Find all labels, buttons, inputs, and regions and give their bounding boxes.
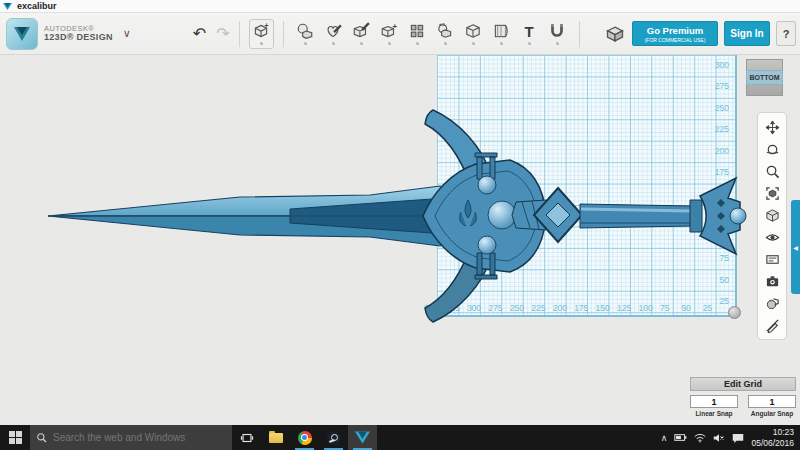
taskbar-search[interactable] (30, 425, 232, 450)
help-button[interactable]: ? (776, 21, 796, 46)
action-center-icon[interactable] (732, 433, 744, 443)
angular-snap-input[interactable] (748, 395, 796, 408)
wifi-icon[interactable] (694, 433, 706, 443)
app-menu-button[interactable] (6, 18, 38, 50)
main-toolbar: AUTODESK® 123D® DESIGN ∨ ↶ ↷ + (0, 13, 800, 55)
grouping-icon (436, 22, 454, 40)
toolbar-separator (239, 21, 240, 47)
edit-grid-panel: Edit Grid Linear Snap Angular Snap (690, 377, 796, 417)
123d-design-button[interactable] (348, 425, 377, 450)
panel-arrow-icon: ◀ (793, 244, 798, 251)
edit-grid-button[interactable]: Edit Grid (690, 377, 796, 391)
view-mode-button[interactable] (761, 205, 783, 225)
search-input[interactable] (53, 432, 223, 443)
taskbar-clock[interactable]: 10:23 05/06/2016 (751, 427, 794, 447)
battery-icon[interactable] (674, 433, 687, 442)
toolbar-separator (579, 21, 580, 47)
redo-button[interactable]: ↷ (216, 26, 229, 42)
pommel-collar (690, 200, 702, 232)
chevron-down-icon[interactable]: ∨ (123, 27, 131, 40)
sign-in-button[interactable]: Sign In (724, 21, 770, 46)
zoom-button[interactable] (761, 161, 783, 181)
combine-icon (464, 22, 482, 40)
print-tool-button[interactable] (603, 19, 628, 49)
go-premium-button[interactable]: Go Premium (FOR COMMERCIAL USE) (632, 21, 718, 46)
menu-modify[interactable]: + (377, 19, 402, 49)
menu-combine[interactable] (461, 19, 486, 49)
menu-construct[interactable] (349, 19, 374, 49)
3d-viewport[interactable]: 350325300275250225200175150125100755025 … (0, 55, 800, 425)
pommel-studs (717, 199, 725, 233)
transform-tool-button[interactable]: + (249, 19, 274, 49)
search-icon (36, 432, 47, 443)
menu-pattern[interactable] (405, 19, 430, 49)
linear-snap-label: Linear Snap (690, 410, 738, 417)
file-explorer-button[interactable] (261, 425, 290, 450)
screenshot-button[interactable] (761, 271, 783, 291)
go-premium-label: Go Premium (633, 25, 717, 36)
collapsed-panel-handle[interactable]: ◀ (791, 200, 800, 294)
menu-grouping[interactable] (433, 19, 458, 49)
menu-material[interactable] (489, 19, 514, 49)
brand-line2: 123D® DESIGN (44, 33, 113, 42)
text-tool-button[interactable]: T (517, 19, 542, 49)
steam-button[interactable] (319, 425, 348, 450)
navigation-palette (757, 112, 787, 340)
123d-logo-icon (12, 24, 32, 44)
linear-snap-input[interactable] (690, 395, 738, 408)
hide-sketches-button[interactable] (761, 315, 783, 335)
chrome-button[interactable] (290, 425, 319, 450)
display-mode-icon (765, 252, 780, 267)
volume-muted-icon[interactable] (713, 433, 725, 443)
start-button[interactable] (0, 425, 30, 450)
pan-button[interactable] (761, 117, 783, 137)
windows-taskbar: ∧ 10:23 05/06/2 (0, 425, 800, 450)
material-ball-icon (765, 296, 780, 311)
primitives-icon (296, 22, 314, 40)
grip (580, 204, 692, 228)
text-tool-icon: T (525, 23, 534, 40)
display-mode-button[interactable] (761, 249, 783, 269)
fit-view-button[interactable] (761, 183, 783, 203)
fit-view-icon (765, 186, 780, 201)
window-title: excalibur (17, 1, 57, 11)
magnet-icon (548, 22, 566, 40)
guard-sphere-top (478, 176, 496, 194)
brand-text: AUTODESK® 123D® DESIGN (44, 25, 113, 42)
menu-sketch[interactable] (321, 19, 346, 49)
clock-date: 05/06/2016 (751, 438, 794, 448)
construct-icon (352, 22, 370, 40)
menu-primitives[interactable] (293, 19, 318, 49)
undo-button[interactable]: ↶ (193, 26, 206, 42)
magnifier-icon (765, 164, 780, 179)
go-premium-sublabel: (FOR COMMERCIAL USE) (633, 37, 717, 43)
material-icon (492, 22, 510, 40)
3d-print-icon (605, 24, 625, 44)
svg-text:+: + (393, 22, 398, 31)
orbit-button[interactable] (761, 139, 783, 159)
sword-model[interactable] (40, 100, 750, 340)
camera-icon (765, 274, 780, 289)
eye-icon (765, 230, 780, 245)
task-view-button[interactable] (232, 425, 261, 450)
system-tray: ∧ 10:23 05/06/2 (661, 425, 800, 450)
menu-icon-row: + (293, 19, 570, 49)
guard-sphere-bottom (478, 236, 496, 254)
transform-icon: + (252, 22, 270, 40)
windows-logo-icon (9, 431, 22, 444)
material-view-button[interactable] (761, 293, 783, 313)
modify-icon: + (380, 22, 398, 40)
account-buttons: Go Premium (FOR COMMERCIAL USE) Sign In … (632, 21, 796, 46)
visibility-button[interactable] (761, 227, 783, 247)
view-cube-face-label[interactable]: BOTTOM (746, 70, 782, 85)
file-explorer-icon (269, 433, 283, 443)
clock-time: 10:23 (751, 427, 794, 437)
tray-chevron-up-icon[interactable]: ∧ (661, 433, 668, 443)
snap-tool-button[interactable] (545, 19, 570, 49)
view-cube[interactable]: BOTTOM (746, 59, 783, 96)
undo-redo-group: ↶ ↷ (193, 26, 230, 42)
pommel-knob (730, 208, 746, 224)
sketch-icon (324, 22, 342, 40)
angular-snap-label: Angular Snap (748, 410, 796, 417)
svg-text:+: + (265, 22, 269, 29)
